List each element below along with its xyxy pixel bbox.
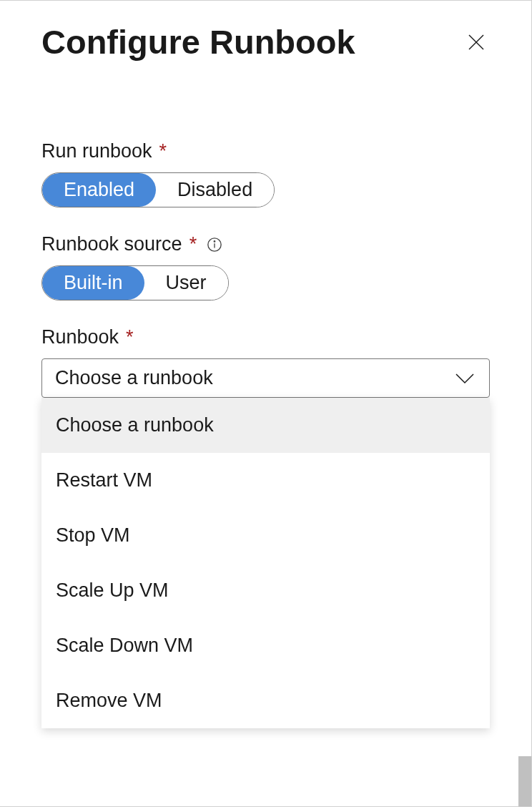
user-toggle[interactable]: User [144, 266, 228, 300]
dropdown-option-scaledown[interactable]: Scale Down VM [41, 618, 490, 673]
label-text: Run runbook [41, 140, 152, 162]
required-indicator: * [159, 140, 167, 162]
panel-title: Configure Runbook [41, 22, 355, 62]
runbook-dropdown-container: Choose a runbook Choose a runbook Restar… [41, 358, 490, 398]
label-text: Runbook source [41, 233, 182, 255]
dropdown-selected: Choose a runbook [55, 367, 213, 389]
dropdown-option-remove[interactable]: Remove VM [41, 673, 490, 728]
required-indicator: * [126, 326, 134, 348]
run-runbook-label: Run runbook * [41, 140, 490, 162]
close-icon [466, 31, 487, 53]
runbook-source-label: Runbook source * [41, 233, 490, 255]
scrollbar-thumb[interactable] [518, 756, 531, 806]
info-icon[interactable] [207, 237, 222, 253]
runbook-source-toggle: Built-in User [41, 265, 229, 300]
runbook-field: Runbook * Choose a runbook Choose a runb… [41, 326, 490, 398]
runbook-source-field: Runbook source * Built-in User [41, 233, 490, 300]
enabled-toggle[interactable]: Enabled [42, 173, 156, 207]
run-runbook-toggle: Enabled Disabled [41, 172, 275, 207]
dropdown-option-stop[interactable]: Stop VM [41, 508, 490, 563]
label-text: Runbook [41, 326, 119, 348]
runbook-label: Runbook * [41, 326, 490, 348]
disabled-toggle[interactable]: Disabled [156, 173, 274, 207]
svg-point-4 [214, 240, 215, 241]
runbook-dropdown[interactable]: Choose a runbook [41, 358, 490, 398]
run-runbook-field: Run runbook * Enabled Disabled [41, 140, 490, 207]
builtin-toggle[interactable]: Built-in [42, 266, 144, 300]
dropdown-option-scaleup[interactable]: Scale Up VM [41, 563, 490, 618]
dropdown-option-choose[interactable]: Choose a runbook [41, 398, 490, 453]
dropdown-option-restart[interactable]: Restart VM [41, 453, 490, 508]
chevron-down-icon [453, 371, 476, 386]
close-button[interactable] [463, 29, 490, 56]
panel-header: Configure Runbook [41, 22, 490, 62]
runbook-dropdown-list: Choose a runbook Restart VM Stop VM Scal… [41, 398, 490, 728]
configure-runbook-panel: Configure Runbook Run runbook * Enabled … [0, 0, 532, 807]
required-indicator: * [189, 233, 197, 255]
